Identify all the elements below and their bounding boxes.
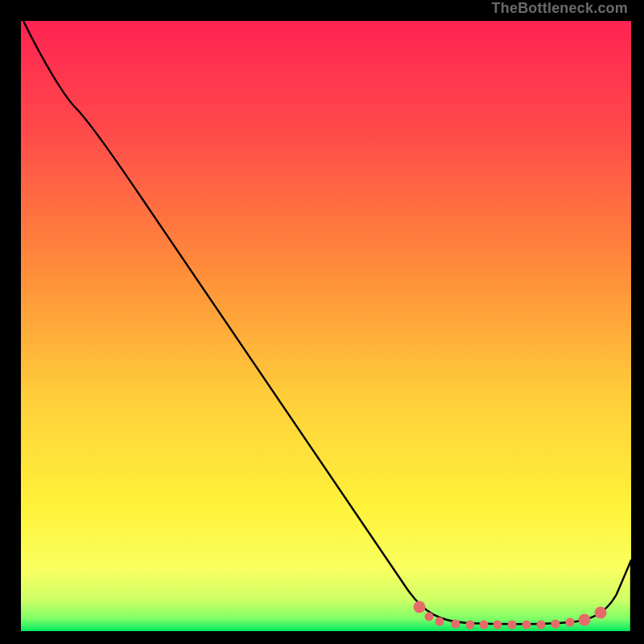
curve-dot xyxy=(493,621,502,630)
plot-area xyxy=(21,21,631,631)
curve-dot xyxy=(595,607,607,619)
curve-dot xyxy=(436,617,444,626)
curve-dots xyxy=(414,601,607,630)
watermark-text: TheBottleneck.com xyxy=(492,0,628,17)
curve-dot xyxy=(551,620,560,629)
bottleneck-curve xyxy=(23,21,631,631)
curve-dot xyxy=(537,621,546,630)
curve-dot xyxy=(522,621,531,630)
curve-dot xyxy=(425,613,434,621)
curve-dot xyxy=(480,621,489,630)
curve-dot xyxy=(566,618,575,627)
curve-dot xyxy=(452,620,460,629)
curve-dot xyxy=(579,614,591,626)
chart-container: TheBottleneck.com xyxy=(0,0,644,644)
curve-dot xyxy=(508,621,517,630)
curve-dot xyxy=(466,621,475,630)
chart-svg xyxy=(21,21,631,631)
curve-dot xyxy=(414,601,426,613)
